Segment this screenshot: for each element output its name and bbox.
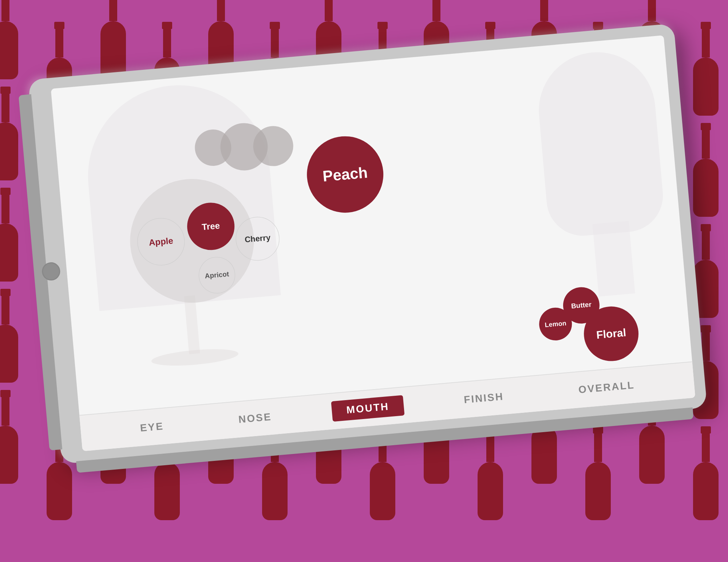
bottle-decoration (0, 188, 18, 282)
bottle-decoration (693, 426, 719, 520)
tab-overall[interactable]: OVERALL (563, 374, 650, 401)
tab-nose[interactable]: NOSE (223, 405, 287, 431)
bottle-decoration (585, 426, 611, 520)
tablet-device: Peach Apple Tree Cherry Apricot (28, 23, 707, 464)
face-neck (593, 221, 635, 296)
bottle-decoration (478, 426, 503, 520)
tab-mouth[interactable]: MOUTH (331, 395, 404, 422)
tablet-screen: Peach Apple Tree Cherry Apricot (51, 35, 696, 451)
bottle-decoration (0, 87, 18, 180)
screen-content: Peach Apple Tree Cherry Apricot (51, 35, 696, 451)
bottle-decoration (693, 123, 719, 217)
tablet-body: Peach Apple Tree Cherry Apricot (28, 23, 707, 464)
bottle-decoration (0, 390, 18, 484)
glass-stem (184, 295, 200, 354)
bottle-decoration (693, 22, 719, 116)
bottle-decoration (0, 0, 18, 79)
tab-eye[interactable]: EYE (125, 415, 179, 439)
tab-finish[interactable]: FINISH (448, 385, 519, 411)
bubble-peach[interactable]: Peach (304, 133, 387, 216)
bottle-decoration (0, 289, 18, 383)
bottle-decoration (100, 0, 126, 79)
face-head (534, 47, 666, 239)
